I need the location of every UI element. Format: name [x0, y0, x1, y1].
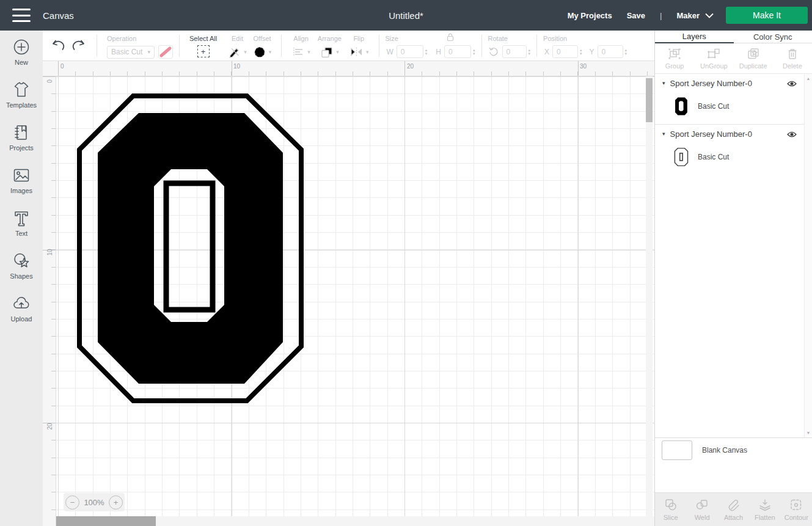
offset-button[interactable]: Offset ▾ [253, 31, 272, 59]
arrange-button[interactable]: Arrange ▾ [318, 31, 342, 59]
weld-button[interactable]: Weld [686, 493, 717, 526]
lock-icon[interactable] [445, 32, 455, 42]
select-all-button[interactable]: Select All + [189, 31, 217, 57]
zoom-out-button[interactable]: − [65, 495, 79, 510]
caret-down-icon: ▾ [307, 49, 310, 55]
scroll-down-icon[interactable]: ▼ [805, 431, 812, 435]
ruler-label: 20 [43, 420, 56, 433]
tab-color-sync[interactable]: Color Sync [734, 31, 812, 43]
group-icon [667, 48, 682, 60]
blank-canvas-row[interactable]: Blank Canvas [655, 437, 812, 462]
rotate-icon [488, 46, 499, 57]
undo-button[interactable] [51, 38, 66, 54]
redo-icon [71, 38, 86, 52]
align-button[interactable]: Align ▾ [291, 31, 310, 58]
sidebar-item-text[interactable]: Text [0, 202, 43, 244]
sidebar-item-images[interactable]: Images [0, 159, 43, 202]
color-swatch[interactable] [158, 45, 173, 59]
canvas-horizontal-scrollbar[interactable] [56, 516, 654, 526]
flip-button[interactable]: Flip ▾ [349, 31, 369, 58]
caret-down-icon: ▾ [147, 49, 150, 55]
group-button[interactable]: Group [655, 43, 694, 73]
project-book-icon [12, 123, 31, 142]
zoom-level: 100% [84, 498, 104, 507]
shapes-icon [12, 252, 31, 270]
jersey-number-fill-layer[interactable] [98, 113, 283, 384]
position-x-input[interactable]: 0 [552, 45, 578, 58]
ruler-label: 10 [43, 246, 56, 259]
layers-list: ▾ Sport Jersey Number-0 Basic Cut ▾ Spo [655, 74, 804, 437]
canvas-vertical-scrollbar[interactable] [646, 76, 653, 516]
sidebar-item-projects[interactable]: Projects [0, 116, 43, 159]
scroll-up-icon[interactable]: ▲ [805, 76, 812, 81]
layer-group-header[interactable]: ▾ Sport Jersey Number-0 [655, 74, 804, 92]
layer-row[interactable]: Basic Cut [655, 92, 804, 120]
hamburger-icon [12, 9, 31, 10]
zoom-in-button[interactable]: + [109, 495, 123, 510]
width-input[interactable]: 0 [397, 45, 423, 58]
save-link[interactable]: Save [627, 11, 645, 20]
slice-button[interactable]: Slice [655, 493, 686, 526]
panel-scrollbar[interactable]: ▲ ▼ [804, 74, 812, 437]
main-area: Operation Basic Cut ▾ Select All + Edit [43, 31, 654, 526]
operation-select[interactable]: Basic Cut ▾ [107, 46, 155, 59]
cricut-design-space-app: Canvas Untitled* My Projects Save | Make… [0, 0, 812, 526]
document-title[interactable]: Untitled* [389, 10, 423, 21]
position-x-stepper[interactable]: ▴▾ [580, 48, 582, 56]
attach-button[interactable]: Attach [718, 493, 749, 526]
offset-icon [253, 46, 266, 59]
machine-select[interactable]: Maker [676, 11, 714, 20]
main-menu-button[interactable] [12, 9, 31, 22]
delete-trash-icon [786, 48, 799, 60]
sidebar-item-shapes[interactable]: Shapes [0, 244, 43, 287]
design-canvas[interactable]: − 100% + [56, 76, 654, 526]
text-t-icon [12, 209, 31, 227]
attach-paperclip-icon [726, 498, 741, 511]
position-y-input[interactable]: 0 [598, 45, 623, 58]
height-stepper[interactable]: ▴▾ [473, 48, 475, 56]
layer-row[interactable]: Basic Cut [655, 143, 804, 171]
width-stepper[interactable]: ▴▾ [425, 48, 428, 56]
jersey-number-center-bar[interactable] [166, 183, 213, 310]
height-input[interactable]: 0 [444, 45, 471, 58]
arrange-icon [320, 46, 334, 59]
redo-button[interactable] [71, 38, 86, 54]
edit-button[interactable]: Edit ▾ [228, 31, 247, 59]
ungroup-button[interactable]: UnGroup [694, 43, 733, 73]
blank-canvas-label: Blank Canvas [702, 446, 747, 455]
image-icon [12, 166, 31, 184]
sport-jersey-number-shape[interactable] [75, 91, 307, 406]
collapse-caret-icon[interactable]: ▾ [662, 131, 665, 137]
layer-thumbnail-outline-0 [673, 147, 689, 167]
rotate-input[interactable]: 0 [502, 45, 527, 58]
no-color-slash-icon [159, 46, 172, 58]
collapse-caret-icon[interactable]: ▾ [662, 80, 665, 86]
visibility-eye-icon[interactable] [787, 79, 797, 90]
make-it-button[interactable]: Make It [726, 7, 808, 24]
flatten-button[interactable]: Flatten [749, 493, 780, 526]
layer-group-header[interactable]: ▾ Sport Jersey Number-0 [655, 125, 804, 143]
position-y-stepper[interactable]: ▴▾ [625, 48, 627, 56]
position-group: Position X 0 ▴▾ Y 0 ▴▾ [543, 31, 627, 58]
scrollbar-thumb[interactable] [646, 78, 653, 122]
tab-layers[interactable]: Layers [655, 31, 734, 43]
edit-pencil-icon [228, 46, 241, 59]
delete-button[interactable]: Delete [773, 43, 812, 73]
canvas-color-swatch[interactable] [662, 440, 692, 460]
visibility-eye-icon[interactable] [787, 130, 797, 141]
sidebar-item-templates[interactable]: Templates [0, 73, 43, 116]
duplicate-button[interactable]: Duplicate [734, 43, 773, 73]
layer-operation-label: Basic Cut [698, 102, 729, 111]
scrollbar-thumb[interactable] [56, 516, 156, 526]
toolbar-divider [281, 35, 282, 57]
contour-button[interactable]: Contour [781, 493, 812, 526]
contour-icon [789, 498, 803, 511]
my-projects-link[interactable]: My Projects [568, 11, 612, 20]
left-sidebar: New Templates Projects Images Text Shape… [0, 31, 43, 526]
flip-icon [349, 46, 364, 58]
combine-toolbar: Slice Weld Attach Flatten Contour [655, 492, 812, 526]
sidebar-item-new[interactable]: New [0, 31, 43, 73]
rotate-stepper[interactable]: ▴▾ [529, 48, 531, 56]
size-group: Size W 0 ▴▾ H 0 ▴▾ [386, 31, 475, 58]
sidebar-item-upload[interactable]: Upload [0, 287, 43, 330]
